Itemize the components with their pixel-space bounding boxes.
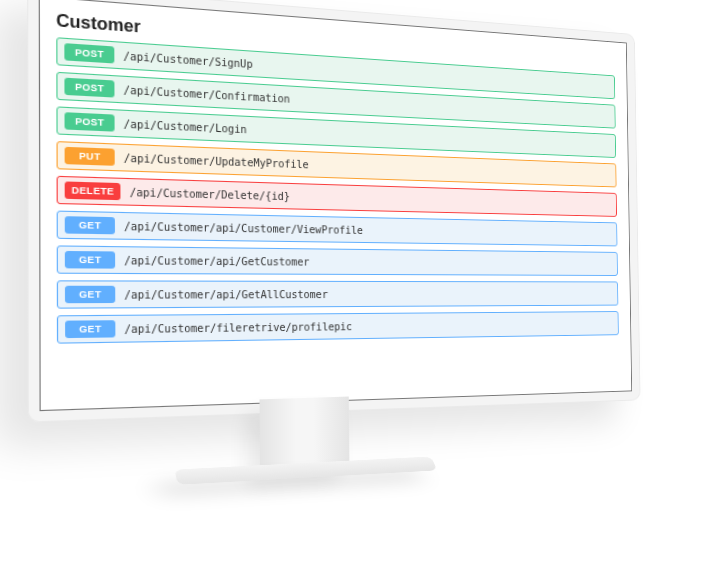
endpoint-row[interactable]: GET /api/Customer/fileretrive/profilepic [57,311,619,344]
endpoint-row[interactable]: GET /api/Customer/api/Customer/ViewProfi… [57,211,618,247]
method-badge: DELETE [65,181,121,200]
endpoint-path: /api/Customer/api/GetAllCustomer [124,288,328,300]
screen: Customer POST /api/Customer/SignUp POST … [39,0,632,411]
monitor-bezel: Customer POST /api/Customer/SignUp POST … [27,0,641,423]
method-badge: POST [65,112,115,131]
endpoint-path: /api/Customer/Login [124,118,247,135]
endpoint-row[interactable]: GET /api/Customer/api/GetCustomer [57,245,618,276]
endpoint-path: /api/Customer/SignUp [123,50,252,70]
endpoint-path: /api/Customer/api/GetCustomer [124,254,309,267]
endpoint-path: /api/Customer/fileretrive/profilepic [124,321,352,335]
monitor-scene: Customer POST /api/Customer/SignUp POST … [0,0,720,576]
endpoint-row[interactable]: GET /api/Customer/api/GetAllCustomer [57,280,619,308]
endpoint-path: /api/Customer/Confirmation [123,84,290,105]
method-badge: GET [65,216,115,234]
method-badge: POST [64,78,114,98]
method-badge: GET [65,320,115,338]
endpoint-path: /api/Customer/UpdateMyProfile [124,152,309,170]
method-badge: GET [65,251,115,269]
monitor-stand-neck [260,397,350,471]
monitor-wrap: Customer POST /api/Customer/SignUp POST … [27,0,641,423]
endpoint-path: /api/Customer/Delete/{id} [130,186,290,202]
method-badge: GET [65,286,115,303]
method-badge: PUT [65,147,115,166]
endpoint-path: /api/Customer/api/Customer/ViewProfile [124,220,363,235]
method-badge: POST [64,43,114,63]
